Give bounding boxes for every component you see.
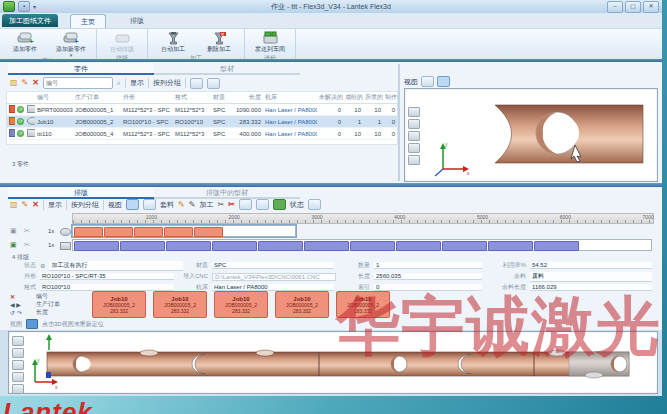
open-icon[interactable]: ▨	[10, 200, 18, 210]
field-value: SPC	[212, 262, 334, 269]
part-3d-view[interactable]: y x	[404, 88, 658, 182]
pan-view-icon[interactable]	[12, 384, 24, 394]
rotate-view-icon[interactable]	[408, 143, 420, 153]
close-button[interactable]: ✕	[643, 1, 659, 13]
column-header[interactable]: 编号	[35, 92, 73, 104]
tab-nesting[interactable]: 排版	[120, 14, 154, 27]
add-new-part-button[interactable]: +添加新零件▾	[48, 29, 94, 57]
shaded-view-icon[interactable]	[437, 76, 450, 87]
tab-home[interactable]: 主页	[70, 14, 106, 28]
table-row[interactable]: ⟳Job10JOB000005_2RO100*10 - SPCRO100*10S…	[7, 116, 397, 128]
tube-bar[interactable]	[72, 239, 652, 251]
nested-part-segment[interactable]	[488, 241, 533, 251]
nested-part-segment[interactable]	[194, 227, 223, 237]
send-workshop-button[interactable]: 发送到车间	[247, 29, 293, 54]
tab-profiles[interactable]: 型材	[154, 63, 300, 75]
tab-parts[interactable]: 零件	[8, 63, 154, 75]
zoom-view-icon[interactable]	[12, 360, 24, 370]
delete-machine-button[interactable]: ✕删除加工	[196, 29, 242, 54]
nested-part-segment[interactable]	[350, 241, 395, 251]
tab-nestings[interactable]: 排版	[8, 187, 154, 199]
nested-part-segment[interactable]	[74, 227, 103, 237]
group-by-column-button[interactable]: 按列分组	[71, 200, 99, 210]
zoom-view-icon[interactable]	[408, 131, 420, 141]
nested-part-segment[interactable]	[134, 227, 163, 237]
minimize-button[interactable]: –	[607, 1, 623, 13]
column-header[interactable]: 未解决的	[317, 92, 343, 104]
nested-part-segment[interactable]	[534, 241, 579, 251]
nested-part-segment[interactable]	[442, 241, 487, 251]
nested-part-segment[interactable]	[304, 241, 349, 251]
column-header[interactable]: 外形	[121, 92, 173, 104]
auto-machine-button[interactable]: 自动加工	[150, 29, 196, 54]
nested-part-segment[interactable]	[212, 241, 257, 251]
nested-part-segment[interactable]	[104, 227, 133, 237]
list-view-icon[interactable]	[143, 199, 156, 210]
undo-redo-icons[interactable]: ↺ ↷	[10, 309, 36, 316]
open-icon[interactable]: ▨	[10, 78, 18, 88]
remove-part-icon[interactable]: ✕	[10, 293, 36, 300]
view-orientation-icons	[12, 336, 24, 394]
tab-profiles-in-nesting[interactable]: 排版中的型材	[154, 187, 300, 199]
nesting-row[interactable]: ▣✂1x	[8, 239, 654, 252]
tube-bar[interactable]	[72, 225, 296, 237]
column-header[interactable]: 生产订单	[73, 92, 121, 104]
column-header[interactable]: 机床	[263, 92, 317, 104]
nested-part-card[interactable]: Job10JOB000005_2283.332	[275, 291, 329, 318]
maximize-button[interactable]: ▢	[625, 1, 641, 13]
show-button[interactable]: 显示	[130, 78, 144, 88]
edit-icon[interactable]: ✎	[22, 78, 29, 88]
column-header[interactable]: 长度	[231, 92, 263, 104]
nested-part-segment[interactable]	[120, 241, 165, 251]
solid-view-icon[interactable]	[421, 76, 434, 87]
edit-icon[interactable]: ✎	[22, 200, 29, 210]
nested-part-segment[interactable]	[258, 241, 303, 251]
nesting-row[interactable]: ▣✂1x	[8, 225, 654, 238]
delete-icon[interactable]: ✕	[32, 78, 39, 88]
table-row[interactable]: ⟳BPRT000003JOB000005_1M112*52*3 - SPCM11…	[7, 104, 397, 116]
nested-part-segment[interactable]	[74, 241, 119, 251]
nested-part-card[interactable]: Job10JOB000005_2283.332	[92, 291, 146, 318]
nested-part-card[interactable]: Job10JOB000005_2283.332	[214, 291, 268, 318]
column-header[interactable]: 材质	[211, 92, 231, 104]
column-header[interactable]: 所求的	[363, 92, 383, 104]
search-icon[interactable]: ⌕	[117, 79, 121, 87]
nested-part-segment[interactable]	[396, 241, 441, 251]
group-by-column-button[interactable]: 按列分组	[153, 78, 181, 88]
iso-view-icon[interactable]	[408, 107, 420, 117]
table-cell: 0	[383, 104, 397, 116]
file-menu-button[interactable]: 加工图纸文件	[2, 14, 58, 27]
column-header[interactable]: 制作	[383, 92, 397, 104]
remove-machining-icon[interactable]: ✂	[228, 200, 235, 210]
iso-view-icon[interactable]	[12, 336, 24, 346]
column-header[interactable]: 格式	[173, 92, 211, 104]
nested-part-card[interactable]: Job10JOB000005_2283.332	[153, 291, 207, 318]
monitor-icon[interactable]	[26, 319, 38, 329]
nesting-3d-view[interactable]: y x	[8, 331, 658, 394]
add-part-button[interactable]: +添加零件	[2, 29, 48, 54]
remnant-icon[interactable]	[256, 199, 269, 210]
show-button[interactable]: 显示	[48, 200, 62, 210]
chart-icon[interactable]	[207, 78, 220, 89]
filter-icon[interactable]	[190, 78, 203, 89]
manual-nest-icon[interactable]: ✎	[178, 200, 185, 210]
split-icon[interactable]	[239, 199, 252, 210]
nested-part-card[interactable]: Job10JOB000005_2283.332	[336, 291, 390, 318]
validate-icon[interactable]	[273, 199, 286, 210]
panel-splitter[interactable]	[398, 64, 400, 181]
apply-machining-icon[interactable]: ✂	[217, 200, 224, 210]
status-icon[interactable]	[308, 199, 321, 210]
delete-icon[interactable]: ✕	[32, 200, 39, 210]
front-view-icon[interactable]	[12, 348, 24, 358]
prev-next-icons[interactable]: ◀ ▶	[10, 301, 36, 308]
timeline-view-icon[interactable]	[126, 199, 139, 210]
auto-nest-icon[interactable]: ✎	[189, 200, 196, 210]
nested-part-segment[interactable]	[166, 241, 211, 251]
front-view-icon[interactable]	[408, 119, 420, 129]
search-input[interactable]	[43, 77, 113, 89]
nested-part-segment[interactable]	[164, 227, 193, 237]
table-row[interactable]: ⟳ttt110JOB000005_4M112*52*3 - SPCM112*52…	[7, 128, 397, 140]
column-header[interactable]: 成组的	[343, 92, 363, 104]
rotate-view-icon[interactable]	[12, 372, 24, 382]
pan-view-icon[interactable]	[408, 155, 420, 165]
